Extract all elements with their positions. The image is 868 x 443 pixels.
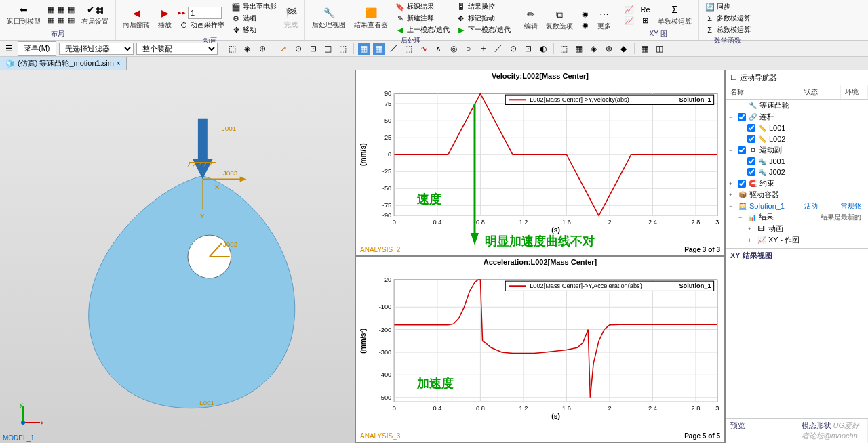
frame-input[interactable]	[188, 7, 222, 19]
tree-toggle-icon[interactable]: +	[748, 226, 755, 232]
tree-toggle-icon[interactable]: +	[729, 192, 736, 198]
tree-row[interactable]: −🧮Solution_1活动常规驱	[726, 201, 868, 211]
export-movie-button[interactable]: 🎬导出至电影	[229, 1, 279, 12]
col-status[interactable]: 状态	[800, 85, 841, 99]
post-view-button[interactable]: 🔧后处理视图	[309, 5, 349, 31]
sync-button[interactable]: 🔄同步	[703, 1, 753, 12]
tb-icon[interactable]: ◫	[322, 43, 334, 55]
tab-sim-file[interactable]: 🧊 (仿真) 等速凸轮_motion1.sim ×	[0, 57, 127, 70]
tb-icon[interactable]: ⊙	[292, 43, 304, 55]
edit-button[interactable]: ✏编辑	[521, 7, 540, 33]
tree-toggle-icon[interactable]: −	[729, 203, 736, 209]
tb-icon[interactable]: ／	[388, 43, 400, 55]
tree-checkbox[interactable]	[738, 146, 746, 154]
mark-drag-button[interactable]: ✥标记拖动	[454, 13, 513, 24]
tb-icon[interactable]: ▦	[373, 43, 385, 55]
tree-row[interactable]: +🧲约束	[726, 177, 868, 189]
filter-select[interactable]: 无选择过滤器	[59, 43, 134, 55]
tree-row[interactable]: −⚙运动副	[726, 144, 868, 156]
move-button[interactable]: ✥移动	[229, 24, 279, 35]
layout-icon-3[interactable]: ▦	[66, 5, 76, 15]
menu-button[interactable]: 菜单(M)	[18, 41, 56, 56]
tb-icon[interactable]: ▦	[639, 43, 651, 55]
return-to-model-button[interactable]: ⬅ 返回到模型	[4, 2, 43, 28]
xy-icon-4[interactable]: ⊞	[639, 16, 652, 26]
prev-iter-button[interactable]: ◀上一模态/迭代	[393, 24, 452, 35]
tb-icon[interactable]: ⬚	[558, 43, 570, 55]
tb-icon[interactable]: ⬚	[403, 43, 415, 55]
tree-row[interactable]: +📈XY - 作图	[726, 234, 868, 246]
xy-result-view-body[interactable]	[726, 263, 868, 418]
tb-icon[interactable]: ⊕	[603, 43, 615, 55]
xy-icon-3[interactable]: Re	[639, 4, 652, 15]
tb-icon[interactable]: ◫	[654, 43, 666, 55]
mark-result-button[interactable]: 🔖标识结果	[393, 1, 452, 12]
tree-row[interactable]: 📏L001	[726, 123, 868, 133]
tree-row[interactable]: −🔗连杆	[726, 111, 868, 123]
tb-icon[interactable]: ○	[462, 43, 475, 55]
tb-icon[interactable]: ∿	[418, 43, 430, 55]
accel-chart-pane[interactable]: Acceleration:L002[Mass Center] 00.40.81.…	[356, 257, 724, 443]
nav-back-button[interactable]: ◀ 向后翻转	[120, 5, 153, 31]
tb-icon[interactable]: ⬚	[226, 43, 239, 55]
tree-row[interactable]: −📊结果结果是最新的	[726, 211, 868, 223]
tree-toggle-icon[interactable]: −	[729, 114, 736, 121]
more-options-button[interactable]: ⧉复数选项	[543, 7, 576, 33]
tree-row[interactable]: 🔩J002	[726, 167, 868, 177]
col-name[interactable]: 名称	[726, 85, 800, 99]
tree-row[interactable]: 🔩J001	[726, 156, 868, 167]
layout-icon-4[interactable]: ▦	[46, 16, 56, 25]
menu-icon[interactable]: ☰	[3, 43, 15, 55]
step-fwd-icon[interactable]: ▸▸	[177, 8, 186, 18]
tb-icon[interactable]: ⊕	[256, 43, 269, 55]
layout-icon-5[interactable]: ▦	[56, 16, 66, 25]
tb-icon[interactable]: ⊙	[507, 43, 519, 55]
anim-options-button[interactable]: ⚙选项	[229, 13, 279, 24]
tree-row[interactable]: 🔧等速凸轮	[726, 100, 868, 111]
velocity-chart-pane[interactable]: Velocity:L002[Mass Center] 00.40.81.21.6…	[356, 70, 724, 257]
tb-icon[interactable]: ⬚	[337, 43, 349, 55]
tb-icon[interactable]: ∧	[433, 43, 445, 55]
result-control-button[interactable]: 🎛结果操控	[454, 1, 513, 12]
more-button[interactable]: ⋯更多	[595, 7, 614, 33]
tb-icon[interactable]: ▦	[573, 43, 585, 55]
layout-icon-1[interactable]: ▦	[46, 5, 56, 15]
tb-icon[interactable]: ⊡	[522, 43, 534, 55]
xy-icon-1[interactable]: 📈	[623, 4, 636, 15]
assembly-select[interactable]: 整个装配	[136, 43, 218, 55]
tb-icon[interactable]: ◎	[448, 43, 460, 55]
tb-icon[interactable]: ／	[492, 43, 505, 55]
single-calc-button[interactable]: Σ单数模运算	[655, 2, 694, 28]
layout-icon-6[interactable]: ▦	[66, 16, 76, 25]
next-iter-button[interactable]: ▶下一模态/迭代	[454, 24, 513, 35]
tree-row[interactable]: +📦驱动容器	[726, 189, 868, 201]
multi-calc-button[interactable]: Σ多数模运算	[703, 13, 753, 24]
xy-icon-2[interactable]: 📈	[623, 16, 636, 26]
modal-label[interactable]: 模态形状 UG爱好者论坛@maochn	[797, 419, 869, 443]
tree-checkbox[interactable]	[738, 113, 746, 121]
tree-toggle-icon[interactable]: +	[729, 180, 736, 187]
layout-settings-button[interactable]: ✔▦ 布局设置	[79, 2, 111, 28]
tb-icon[interactable]: ↗	[277, 43, 290, 55]
tree-toggle-icon[interactable]: −	[738, 214, 745, 221]
navigator-tree[interactable]: 🔧等速凸轮−🔗连杆📏L001📏L002−⚙运动副🔩J001🔩J002+🧲约束+📦…	[726, 100, 868, 249]
tb-icon[interactable]: ＋	[477, 43, 490, 55]
tree-row[interactable]: 📏L002	[726, 133, 868, 144]
misc-1[interactable]: ◉	[578, 9, 592, 20]
layout-icon-2[interactable]: ▦	[56, 5, 66, 15]
tree-row[interactable]: +🎞动画	[726, 223, 868, 234]
new-annot-button[interactable]: ✎新建注释	[393, 13, 452, 24]
tree-toggle-icon[interactable]: −	[729, 147, 736, 154]
finish-button[interactable]: 🏁 完成	[281, 5, 300, 31]
play-button[interactable]: ▶ 播放	[155, 5, 174, 31]
tb-icon[interactable]: ⊡	[307, 43, 319, 55]
sample-rate-button[interactable]: ⏱ 动画采样率	[177, 20, 226, 30]
result-viewer-button[interactable]: 🟧结果查看器	[351, 5, 391, 31]
tree-checkbox[interactable]	[738, 180, 746, 188]
tree-checkbox[interactable]	[747, 168, 755, 176]
preview-label[interactable]: 预览	[726, 419, 797, 443]
tb-icon[interactable]: ◐	[537, 43, 549, 55]
total-calc-button[interactable]: Σ总数模运算	[703, 24, 753, 35]
tree-checkbox[interactable]	[747, 124, 755, 132]
misc-2[interactable]: ◉	[578, 20, 592, 31]
